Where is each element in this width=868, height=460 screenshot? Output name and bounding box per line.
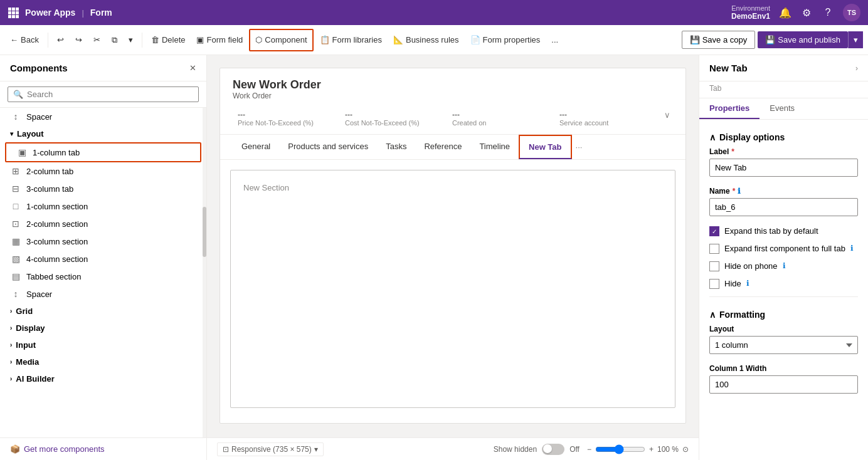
page-name: Form xyxy=(90,8,112,18)
label-field-input[interactable] xyxy=(709,159,858,177)
formatting-section-header[interactable]: ∧ Formatting xyxy=(709,305,858,325)
sidebar-item-2col-tab[interactable]: ⊞ 2-column tab xyxy=(0,162,206,180)
libraries-icon: 📋 xyxy=(320,35,330,44)
scrollbar-thumb[interactable] xyxy=(203,207,206,257)
panel-nav-icon[interactable]: › xyxy=(855,64,858,73)
sidebar-item-2col-section[interactable]: ⊡ 2-column section xyxy=(0,215,206,233)
input-chevron: › xyxy=(10,342,12,348)
form-subtitle: Work Order xyxy=(233,91,673,100)
sidebar-item-1col-section[interactable]: □ 1-column section xyxy=(0,197,206,215)
layout-select[interactable]: 1 column2 columns3 columns xyxy=(709,336,858,354)
responsive-button[interactable]: ⊡ Responsive (735 × 575) ▾ xyxy=(217,442,324,456)
fields-expand-icon[interactable]: ∨ xyxy=(662,108,673,129)
paste-dropdown-button[interactable]: ▾ xyxy=(124,29,138,51)
expand-default-checkbox[interactable]: ✓ xyxy=(709,226,719,236)
help-icon[interactable]: ? xyxy=(822,6,834,19)
svg-rect-6 xyxy=(8,15,11,18)
spacer-icon: ↕ xyxy=(10,112,21,122)
expand-full-checkbox[interactable] xyxy=(709,244,719,254)
svg-rect-7 xyxy=(12,15,15,18)
copy-button[interactable]: ⧉ xyxy=(107,29,122,51)
panel-tab-properties[interactable]: Properties xyxy=(699,98,760,119)
search-input[interactable] xyxy=(27,90,193,99)
cut-button[interactable]: ✂ xyxy=(88,29,105,51)
tab-timeline[interactable]: Timeline xyxy=(470,135,519,159)
label-field-label: Label * xyxy=(709,147,858,156)
name-info-icon[interactable]: ℹ xyxy=(738,187,741,196)
more-menu-button[interactable]: ... xyxy=(546,29,563,51)
form-libraries-button[interactable]: 📋 Form libraries xyxy=(315,29,387,51)
save-copy-button[interactable]: 💾 Save a copy xyxy=(682,31,756,49)
user-avatar[interactable]: TS xyxy=(843,4,860,21)
hide-checkbox[interactable] xyxy=(709,279,719,289)
undo-button[interactable]: ↩ xyxy=(52,29,69,51)
zoom-fit-icon[interactable]: ⊙ xyxy=(682,445,689,454)
form-container: New Work Order Work Order --- Price Not-… xyxy=(220,68,686,424)
redo-button[interactable]: ↪ xyxy=(70,29,87,51)
settings-icon[interactable]: ⚙ xyxy=(800,6,813,19)
sidebar-section-display[interactable]: › Display xyxy=(0,320,206,337)
sidebar-section-media[interactable]: › Media xyxy=(0,353,206,370)
tab-general[interactable]: General xyxy=(233,135,279,159)
sidebar-section-ai[interactable]: › AI Builder xyxy=(0,370,206,387)
responsive-dropdown-icon: ▾ xyxy=(314,445,318,454)
save-publish-icon: 💾 xyxy=(765,35,775,44)
display-options-section-header[interactable]: ∧ Display options xyxy=(709,127,858,147)
tab-reference[interactable]: Reference xyxy=(415,135,470,159)
apps-grid-button[interactable] xyxy=(8,7,19,18)
expand-default-label[interactable]: Expand this tab by default xyxy=(724,226,818,236)
responsive-icon: ⊡ xyxy=(223,445,229,454)
sidebar-section-grid[interactable]: › Grid xyxy=(0,303,206,320)
col1-width-label: Column 1 Width xyxy=(709,364,858,373)
sidebar-item-4col-section[interactable]: ▧ 4-column section xyxy=(0,250,206,268)
sidebar-item-spacer-bottom[interactable]: ↕ Spacer xyxy=(0,285,206,303)
sidebar-item-tabbed-section[interactable]: ▤ Tabbed section xyxy=(0,268,206,285)
sidebar-section-layout[interactable]: ▾ Layout xyxy=(0,125,206,142)
sidebar-item-spacer-top[interactable]: ↕ Spacer xyxy=(0,108,206,125)
hide-phone-info-icon[interactable]: ℹ xyxy=(783,261,786,270)
business-rules-button[interactable]: 📐 Business rules xyxy=(388,29,464,51)
notification-icon[interactable]: 🔔 xyxy=(779,6,791,19)
component-button[interactable]: ⬡ Component xyxy=(249,29,313,51)
save-publish-button[interactable]: 💾 Save and publish xyxy=(758,31,848,48)
toolbar-separator-2 xyxy=(142,33,142,48)
zoom-slider[interactable] xyxy=(595,444,645,454)
save-publish-dropdown[interactable]: ▾ xyxy=(848,31,863,48)
svg-rect-0 xyxy=(8,8,11,11)
sidebar-item-3col-section[interactable]: ▦ 3-column section xyxy=(0,233,206,250)
expand-full-info-icon[interactable]: ℹ xyxy=(850,244,854,253)
sidebar-item-3col-tab[interactable]: ⊟ 3-column tab xyxy=(0,180,206,197)
col1-width-input[interactable] xyxy=(709,375,858,394)
form-header: New Work Order Work Order xyxy=(220,68,685,105)
canvas-area: New Work Order Work Order --- Price Not-… xyxy=(207,55,699,460)
hide-info-icon[interactable]: ℹ xyxy=(746,279,749,288)
get-more-components-button[interactable]: 📦 Get more components xyxy=(10,444,196,454)
display-options-chevron: ∧ xyxy=(709,132,716,142)
sidebar-item-1col-tab[interactable]: ▣ 1-column tab xyxy=(5,142,201,162)
tabs-more-button[interactable]: ··· xyxy=(572,136,586,158)
form-field-icon: ▣ xyxy=(196,35,204,44)
sidebar-section-input[interactable]: › Input xyxy=(0,337,206,353)
panel-tab-events[interactable]: Events xyxy=(760,98,805,119)
zoom-out-icon[interactable]: − xyxy=(587,445,591,454)
hide-label[interactable]: Hide xyxy=(724,279,741,288)
name-field-label: Name * ℹ xyxy=(709,187,858,196)
sidebar-scroll: ↕ Spacer ▾ Layout ▣ 1-column tab ⊞ 2-col… xyxy=(0,108,206,437)
formatting-section: ∧ Formatting Layout 1 column2 columns3 c… xyxy=(709,296,858,394)
tab-products-services[interactable]: Products and services xyxy=(279,135,377,159)
2col-tab-icon: ⊞ xyxy=(10,166,21,176)
delete-button[interactable]: 🗑 Delete xyxy=(146,29,191,51)
form-properties-button[interactable]: 📄 Form properties xyxy=(465,29,546,51)
back-button[interactable]: ← Back xyxy=(5,29,44,51)
sidebar-close-icon[interactable]: ✕ xyxy=(189,63,196,73)
hide-phone-checkbox[interactable] xyxy=(709,261,719,271)
toolbar-separator-1 xyxy=(48,33,48,48)
form-field-button[interactable]: ▣ Form field xyxy=(191,29,248,51)
hide-phone-label[interactable]: Hide on phone xyxy=(724,261,778,271)
name-field-input[interactable] xyxy=(709,198,858,216)
tab-tasks[interactable]: Tasks xyxy=(377,135,415,159)
expand-full-label[interactable]: Expand first component to full tab xyxy=(724,244,845,253)
zoom-in-icon[interactable]: + xyxy=(649,445,654,454)
show-hidden-toggle[interactable] xyxy=(542,444,564,455)
tab-new-tab[interactable]: New Tab xyxy=(519,135,572,159)
